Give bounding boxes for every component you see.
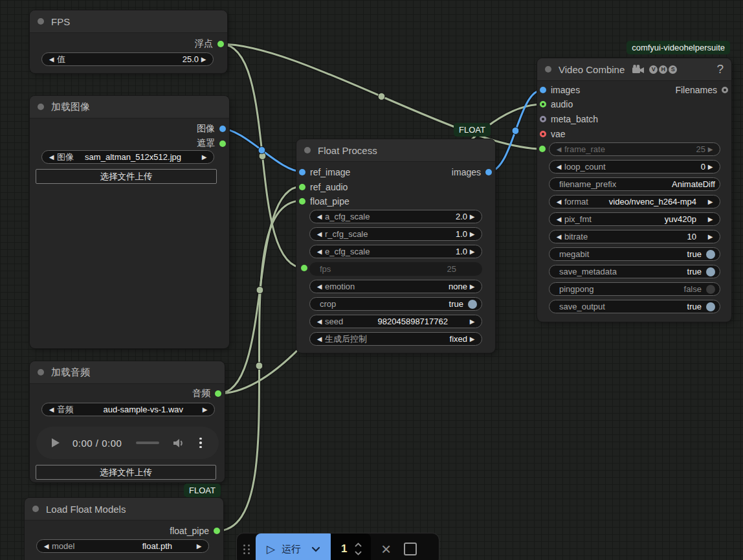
collapse-dot[interactable] [38, 369, 44, 375]
widget-pingpong-toggle[interactable]: pingpong false [549, 282, 720, 296]
prev-arrow-icon[interactable]: ◀ [315, 283, 324, 290]
port-dot[interactable] [540, 101, 546, 107]
help-icon[interactable]: ? [716, 62, 724, 76]
output-port-float-pipe[interactable]: float_pipe [170, 524, 220, 538]
prev-arrow-icon[interactable]: ◀ [554, 198, 564, 205]
node-load-image-titlebar[interactable]: 加载图像 [30, 96, 229, 118]
prev-arrow-icon[interactable]: ◀ [554, 216, 564, 223]
upload-file-button[interactable]: 选择文件上传 [36, 465, 216, 480]
port-dot[interactable] [540, 87, 546, 93]
widget-model-select[interactable]: ◀ model float.pth ▶ [36, 539, 209, 553]
port-dot[interactable] [722, 87, 728, 93]
increment-arrow-icon[interactable]: ▶ [705, 163, 715, 170]
node-graph-canvas[interactable]: FPS 浮点 ◀ 值 25.0 ▶ 加载图像 图像 遮罩 ◀ 图像 sa [0, 0, 743, 560]
node-float-process[interactable]: FLOAT Float Process ref_image ref_audio … [296, 139, 495, 353]
node-load-audio[interactable]: 加载音频 音频 ◀ 音频 aud-sample-vs-1.wav ▶ 0:00 … [30, 361, 225, 482]
increment-arrow-icon[interactable]: ▶ [467, 248, 477, 255]
port-dot[interactable] [219, 140, 226, 147]
node-video-combine-titlebar[interactable]: Video Combine V H S ? [537, 58, 731, 81]
node-load-audio-titlebar[interactable]: 加载音频 [30, 361, 225, 384]
widget-control-after-generate[interactable]: ◀ 生成后控制 fixed ▶ [309, 332, 482, 346]
widget-crop-toggle[interactable]: crop true [309, 297, 482, 311]
audio-menu-icon[interactable] [199, 438, 202, 449]
link-midpoint-dot[interactable] [378, 93, 385, 100]
widget-a-cfg-scale[interactable]: ◀ a_cfg_scale 2.0 ▶ [309, 210, 482, 223]
link-midpoint-dot[interactable] [256, 363, 263, 370]
collapse-dot[interactable] [32, 506, 39, 512]
frame-rate-input-dot[interactable] [539, 146, 546, 152]
audio-seek-slider[interactable] [136, 442, 159, 444]
output-port-images[interactable]: images [452, 165, 492, 179]
widget-save-output-toggle[interactable]: save_output true [549, 300, 720, 313]
next-arrow-icon[interactable]: ▶ [200, 406, 210, 413]
port-dot[interactable] [299, 169, 305, 175]
output-port-audio[interactable]: 音频 [192, 386, 221, 401]
input-port-images[interactable]: images [540, 83, 580, 97]
toggle-knob[interactable] [706, 285, 715, 294]
toggle-knob[interactable] [706, 250, 715, 259]
node-float-process-titlebar[interactable]: Float Process [296, 139, 495, 162]
audio-player[interactable]: 0:00 / 0:00 [36, 427, 219, 459]
port-dot[interactable] [540, 131, 546, 137]
queue-toolbar[interactable]: ▷ 运行 1 × [237, 533, 439, 560]
input-port-ref-audio[interactable]: ref_audio [299, 180, 348, 194]
toggle-knob[interactable] [706, 302, 715, 311]
decrement-arrow-icon[interactable]: ◀ [554, 233, 564, 240]
toggle-knob[interactable] [706, 267, 715, 276]
widget-format[interactable]: ◀ format video/nvenc_h264-mp4 ▶ [549, 195, 720, 208]
spinner-up-icon[interactable] [355, 543, 362, 547]
port-dot[interactable] [217, 41, 224, 47]
increment-arrow-icon[interactable]: ▶ [705, 146, 715, 153]
port-dot[interactable] [299, 198, 305, 205]
output-port-filenames[interactable]: Filenames [675, 83, 728, 97]
output-port-mask[interactable]: 遮罩 [197, 137, 226, 151]
collapse-dot[interactable] [545, 66, 551, 73]
widget-emotion[interactable]: ◀ emotion none ▶ [309, 280, 482, 293]
widget-save-metadata-toggle[interactable]: save_metadata true [549, 265, 720, 278]
collapse-dot[interactable] [38, 104, 44, 110]
prev-arrow-icon[interactable]: ◀ [41, 543, 51, 550]
increment-arrow-icon[interactable]: ▶ [467, 230, 477, 238]
port-dot[interactable] [485, 169, 492, 175]
widget-pix-fmt[interactable]: ◀ pix_fmt yuv420p ▶ [549, 212, 720, 226]
widget-fps[interactable]: fps 25 [309, 262, 482, 276]
widget-filename-prefix[interactable]: filename_prefix AnimateDiff [549, 177, 720, 191]
widget-seed[interactable]: ◀ seed 982045898717762 ▶ [309, 315, 482, 328]
widget-bitrate[interactable]: ◀ bitrate 10 ▶ [549, 230, 720, 243]
batch-count-spinner[interactable] [355, 543, 362, 555]
node-load-float-models[interactable]: FLOAT Load Float Models float_pipe ◀ mod… [25, 498, 223, 560]
stop-icon[interactable] [404, 543, 417, 555]
prev-arrow-icon[interactable]: ◀ [315, 335, 324, 342]
decrement-arrow-icon[interactable]: ◀ [315, 318, 324, 325]
spinner-down-icon[interactable] [355, 551, 362, 555]
increment-arrow-icon[interactable]: ▶ [467, 318, 477, 325]
port-dot[interactable] [299, 184, 305, 190]
toggle-knob[interactable] [468, 300, 477, 309]
input-port-audio[interactable]: audio [540, 97, 573, 111]
prev-arrow-icon[interactable]: ◀ [47, 153, 56, 161]
output-port-image[interactable]: 图像 [197, 122, 226, 136]
decrement-arrow-icon[interactable]: ◀ [315, 213, 324, 220]
batch-count-box[interactable]: 1 [331, 533, 371, 560]
link-midpoint-dot[interactable] [256, 287, 263, 294]
widget-loop-count[interactable]: ◀ loop_count 0 ▶ [549, 160, 720, 174]
node-fps[interactable]: FPS 浮点 ◀ 值 25.0 ▶ [30, 10, 227, 73]
widget-e-cfg-scale[interactable]: ◀ e_cfg_scale 1.0 ▶ [309, 245, 482, 258]
play-icon[interactable] [52, 438, 60, 447]
port-dot[interactable] [219, 126, 226, 132]
run-options-chevron-icon[interactable] [311, 546, 320, 552]
next-arrow-icon[interactable]: ▶ [705, 216, 715, 223]
next-arrow-icon[interactable]: ▶ [467, 283, 477, 290]
input-port-float-pipe[interactable]: float_pipe [299, 194, 349, 208]
collapse-dot[interactable] [38, 18, 44, 25]
upload-file-button[interactable]: 选择文件上传 [36, 169, 217, 184]
drag-handle-icon[interactable] [243, 544, 250, 554]
increment-arrow-icon[interactable]: ▶ [705, 233, 715, 240]
next-arrow-icon[interactable]: ▶ [705, 198, 715, 205]
increment-arrow-icon[interactable]: ▶ [199, 56, 208, 63]
link-midpoint-dot[interactable] [512, 128, 519, 135]
run-button[interactable]: ▷ 运行 [256, 533, 335, 560]
collapse-dot[interactable] [304, 147, 311, 153]
decrement-arrow-icon[interactable]: ◀ [554, 163, 564, 170]
widget-value[interactable]: ◀ 值 25.0 ▶ [41, 52, 214, 66]
